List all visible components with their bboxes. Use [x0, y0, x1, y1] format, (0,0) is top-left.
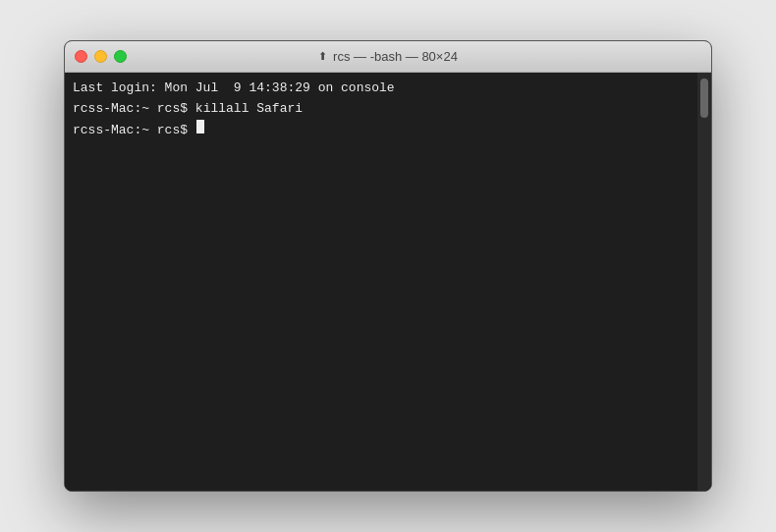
traffic-lights [75, 50, 127, 63]
scrollbar[interactable] [697, 73, 711, 491]
maximize-button[interactable] [114, 50, 127, 63]
terminal-line-2: rcss-Mac:~ rcs$ killall Safari [73, 99, 690, 120]
terminal-window: ⬆ rcs — -bash — 80×24 Last login: Mon Ju… [64, 40, 712, 492]
close-button[interactable] [75, 50, 87, 63]
terminal-cursor [196, 120, 204, 133]
title-label: rcs — -bash — 80×24 [333, 49, 458, 64]
window-title: ⬆ rcs — -bash — 80×24 [318, 49, 458, 64]
scrollbar-thumb[interactable] [700, 79, 708, 118]
terminal-prompt-3: rcss-Mac:~ rcs$ [73, 121, 195, 141]
minimize-button[interactable] [94, 50, 107, 63]
title-icon: ⬆ [318, 50, 327, 63]
terminal-line-1: Last login: Mon Jul 9 14:38:29 on consol… [73, 79, 690, 99]
terminal-body[interactable]: Last login: Mon Jul 9 14:38:29 on consol… [65, 73, 711, 491]
terminal-output-1: Last login: Mon Jul 9 14:38:29 on consol… [73, 79, 395, 99]
terminal-line-3: rcss-Mac:~ rcs$ [73, 120, 690, 141]
titlebar: ⬆ rcs — -bash — 80×24 [65, 41, 711, 73]
terminal-prompt-2: rcss-Mac:~ rcs$ [73, 99, 195, 120]
terminal-command-2: killall Safari [195, 99, 303, 120]
